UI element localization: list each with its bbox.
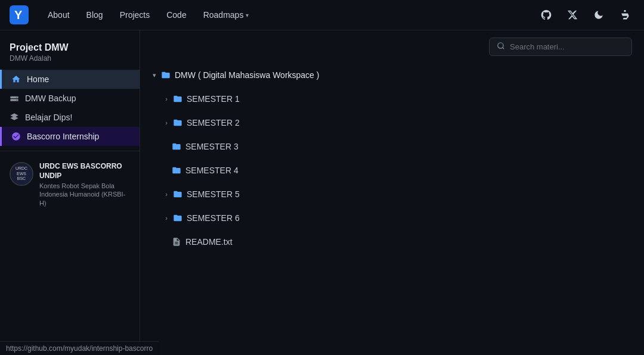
nav-code[interactable]: Code <box>159 7 193 23</box>
org-info: URDC EWS BASCORRO UNDIP Kontes Robot Sep… <box>39 162 130 207</box>
chevron-down-icon: ▾ <box>246 12 249 18</box>
accessibility-icon[interactable] <box>615 5 634 24</box>
svg-point-6 <box>16 99 17 100</box>
org-subtitle: Kontes Robot Sepak Bola Indonesia Humano… <box>39 182 130 207</box>
sidebar-item-belajar-dips[interactable]: Belajar Dips! <box>0 108 140 127</box>
sidebar-dmw-backup-label: DMW Backup <box>25 94 76 103</box>
top-navigation: Y About Blog Projects Code Roadmaps ▾ <box>0 0 644 30</box>
search-icon <box>497 42 505 52</box>
nav-blog[interactable]: Blog <box>79 7 110 23</box>
svg-point-7 <box>498 43 503 48</box>
project-subtitle: DMW Adalah <box>10 54 130 63</box>
tree-item-sem1[interactable]: › SEMESTER 1 ⋮ <box>145 87 639 111</box>
file-icon <box>171 236 182 247</box>
tree-item-sem4[interactable]: SEMESTER 4 ⋮ <box>145 158 639 182</box>
tree-item-sem3[interactable]: SEMESTER 3 ⋮ <box>145 135 639 158</box>
folder-icon <box>172 117 183 128</box>
sidebar-item-dmw-backup[interactable]: DMW Backup <box>0 89 140 108</box>
sem2-label: SEMESTER 2 <box>187 118 618 127</box>
sidebar: Project DMW DMW Adalah Home DMW Backup <box>0 30 140 355</box>
org-avatar-inner: URDCEWSBSC <box>11 163 32 185</box>
topnav-icon-group <box>537 5 634 24</box>
folder-icon <box>171 141 182 152</box>
nav-projects[interactable]: Projects <box>113 7 157 23</box>
tree-item-sem5[interactable]: › SEMESTER 5 ⋮ <box>145 182 639 206</box>
svg-point-2 <box>624 10 626 12</box>
sem3-label: SEMESTER 3 <box>185 142 618 151</box>
status-url: https://github.com/myudak/internship-bas… <box>6 344 153 353</box>
nav-links: About Blog Projects Code Roadmaps ▾ <box>41 7 534 23</box>
nav-roadmaps-label: Roadmaps <box>203 10 244 20</box>
tree-item-sem2[interactable]: › SEMESTER 2 ⋮ <box>145 111 639 135</box>
svg-text:Y: Y <box>14 8 23 21</box>
folder-icon <box>172 213 183 223</box>
chevron-right-icon: › <box>162 213 171 223</box>
sidebar-home-label: Home <box>27 74 49 84</box>
logo[interactable]: Y <box>10 5 29 24</box>
sidebar-item-home[interactable]: Home <box>0 70 140 89</box>
svg-point-5 <box>16 97 17 98</box>
content-header <box>140 30 644 63</box>
readme-label: README.txt <box>185 237 618 247</box>
svg-rect-3 <box>10 96 18 98</box>
chevron-down-icon: ▾ <box>150 70 159 80</box>
tree-item-readme[interactable]: README.txt ⋮ <box>145 230 639 254</box>
sem1-label: SEMESTER 1 <box>187 94 618 104</box>
main-layout: Project DMW DMW Adalah Home DMW Backup <box>0 30 644 355</box>
org-avatar: URDCEWSBSC <box>10 162 33 186</box>
nav-roadmaps[interactable]: Roadmaps ▾ <box>196 7 256 23</box>
sidebar-org: URDCEWSBSC URDC EWS BASCORRO UNDIP Konte… <box>0 156 140 213</box>
sidebar-bascorro-label: Bascorro Internship <box>27 132 99 141</box>
tree-item-sem6[interactable]: › SEMESTER 6 ⋮ <box>145 206 639 230</box>
sidebar-divider <box>0 151 140 151</box>
folder-icon <box>172 94 183 104</box>
home-icon <box>11 74 21 84</box>
folder-icon <box>172 189 183 200</box>
moon-icon[interactable] <box>589 5 608 24</box>
chevron-right-icon: › <box>162 118 171 127</box>
x-twitter-icon[interactable] <box>563 5 582 24</box>
chevron-right-icon: › <box>162 189 171 199</box>
root-folder-icon <box>160 70 171 80</box>
org-title: URDC EWS BASCORRO UNDIP <box>39 162 130 180</box>
sidebar-item-bascorro[interactable]: Bascorro Internship <box>0 127 140 146</box>
sem4-label: SEMESTER 4 <box>185 166 618 175</box>
folder-icon <box>171 165 182 176</box>
status-bar: https://github.com/myudak/internship-bas… <box>0 341 159 355</box>
content-area: ▾ DMW ( Digital Mahasiswa Workspace ) ⋮ … <box>140 30 644 355</box>
search-input[interactable] <box>510 42 624 51</box>
sem5-label: SEMESTER 5 <box>187 189 618 199</box>
logo-svg: Y <box>10 5 29 24</box>
sidebar-belajar-label: Belajar Dips! <box>25 113 72 122</box>
search-box[interactable] <box>489 38 632 56</box>
nav-about[interactable]: About <box>41 7 77 23</box>
bascorro-icon <box>11 132 21 141</box>
github-icon[interactable] <box>537 5 556 24</box>
belajar-dips-icon <box>10 113 19 122</box>
project-header: Project DMW DMW Adalah <box>0 38 140 70</box>
svg-rect-4 <box>10 99 18 101</box>
tree-root-item[interactable]: ▾ DMW ( Digital Mahasiswa Workspace ) ⋮ <box>145 63 639 87</box>
sem6-label: SEMESTER 6 <box>187 213 618 223</box>
root-label: DMW ( Digital Mahasiswa Workspace ) <box>175 70 618 80</box>
chevron-right-icon: › <box>162 94 171 104</box>
file-tree: ▾ DMW ( Digital Mahasiswa Workspace ) ⋮ … <box>140 63 644 266</box>
dmw-backup-icon <box>10 94 19 103</box>
project-title: Project DMW <box>10 42 130 53</box>
